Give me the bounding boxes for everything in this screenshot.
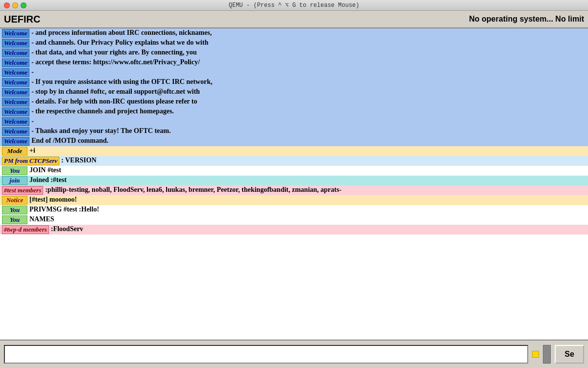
chat-badge: PM from CTCPServ: [2, 157, 59, 165]
chat-badge: join: [2, 176, 27, 185]
chat-row: YouPRIVMSG #test :Hello!: [0, 205, 588, 215]
chat-row: Welcome- stop by in channel #oftc, or em…: [0, 87, 588, 97]
chat-badge: You: [2, 206, 27, 214]
chat-message: - and channels. Our Privacy Policy expla…: [31, 39, 586, 47]
chat-message: : VERSION: [61, 157, 586, 164]
chat-message: - accept these terms: https://www.oftc.n…: [31, 58, 586, 66]
chat-badge: You: [2, 166, 27, 175]
chat-row: Welcome- details. For help with non-IRC …: [0, 97, 588, 107]
chat-badge: Welcome: [2, 107, 29, 116]
chat-message: [#test] moomoo!: [29, 196, 586, 204]
chat-message: - Thanks and enjoy your stay! The OFTC t…: [31, 127, 586, 135]
chat-message: - the respective channels and project ho…: [31, 107, 586, 115]
chat-row: Notice[#test] moomoo!: [0, 195, 588, 205]
chat-badge: Welcome: [2, 117, 29, 126]
chat-badge: Mode: [2, 147, 27, 156]
yellow-indicator: [532, 351, 539, 358]
chat-message: - that data, and what your rights are. B…: [31, 49, 586, 56]
chat-badge: Welcome: [2, 137, 29, 146]
chat-message: - If you require assistance with using t…: [31, 78, 586, 86]
bottom-area: Se: [0, 340, 588, 368]
chat-badge: Welcome: [2, 39, 29, 48]
scrollbar[interactable]: [543, 345, 551, 364]
chat-message: :FloodServ: [51, 225, 586, 233]
chat-badge: #twp-d members: [2, 225, 49, 234]
chat-message: PRIVMSG #test :Hello!: [29, 206, 586, 213]
chat-message: End of /MOTD command.: [31, 137, 586, 145]
chat-message: -: [31, 117, 586, 125]
chat-message: :phillip-testing, noball, FloodServ, len…: [45, 186, 586, 194]
chat-badge: You: [2, 215, 27, 224]
chat-row: joinJoined :#test: [0, 176, 588, 185]
maximize-button[interactable]: [21, 2, 26, 8]
chat-row: Welcome-: [0, 117, 588, 127]
chat-row: Welcome- the respective channels and pro…: [0, 107, 588, 117]
chat-message: Joined :#test: [29, 176, 586, 184]
chat-badge: #test members: [2, 186, 43, 195]
chat-row: Welcome- that data, and what your rights…: [0, 48, 588, 58]
chat-badge: Welcome: [2, 127, 29, 136]
chat-message: - and process information about IRC conn…: [31, 29, 586, 37]
message-input[interactable]: [4, 345, 528, 364]
app-title: UEFIRC: [4, 14, 40, 25]
chat-row: You NAMES: [0, 215, 588, 225]
chat-badge: Welcome: [2, 29, 29, 38]
chat-row: Welcome-: [0, 68, 588, 78]
chat-message: - details. For help with non-IRC questio…: [31, 98, 586, 105]
chat-row: Welcome- Thanks and enjoy your stay! The…: [0, 127, 588, 136]
chat-row: #twp-d members:FloodServ: [0, 225, 588, 235]
send-button[interactable]: Se: [555, 345, 584, 364]
chat-row: WelcomeEnd of /MOTD command.: [0, 136, 588, 146]
minimize-button[interactable]: [12, 2, 18, 8]
chat-row: Welcome- and process information about I…: [0, 28, 588, 38]
chat-message: JOIN #test: [29, 166, 586, 174]
chat-row: Welcome- and channels. Our Privacy Polic…: [0, 38, 588, 48]
chat-badge: Welcome: [2, 78, 29, 87]
chat-badge: Welcome: [2, 68, 29, 77]
title-bar-buttons: [4, 2, 26, 8]
chat-badge: Welcome: [2, 98, 29, 106]
chat-row: #test members:phillip-testing, noball, F…: [0, 185, 588, 195]
title-bar: QEMU - (Press ^ ⌥ G to release Mouse): [0, 0, 588, 11]
app-subtitle: No operating system... No limit: [469, 15, 584, 24]
chat-area: Welcome- and process information about I…: [0, 28, 588, 340]
chat-badge: Notice: [2, 196, 27, 205]
chat-message: NAMES: [29, 215, 586, 223]
chat-message: +i: [29, 147, 586, 155]
chat-badge: Welcome: [2, 58, 29, 67]
chat-row: YouJOIN #test: [0, 166, 588, 176]
title-bar-text: QEMU - (Press ^ ⌥ G to release Mouse): [229, 1, 359, 9]
app-header: UEFIRC No operating system... No limit: [0, 11, 588, 28]
chat-badge: Welcome: [2, 49, 29, 57]
chat-row: Welcome- accept these terms: https://www…: [0, 58, 588, 68]
chat-row: Welcome- If you require assistance with …: [0, 78, 588, 87]
chat-row: PM from CTCPServ: VERSION: [0, 156, 588, 166]
chat-message: -: [31, 68, 586, 76]
chat-badge: Welcome: [2, 88, 29, 97]
chat-message: - stop by in channel #oftc, or email sup…: [31, 88, 586, 96]
chat-row: Mode+i: [0, 146, 588, 156]
close-button[interactable]: [4, 2, 10, 8]
